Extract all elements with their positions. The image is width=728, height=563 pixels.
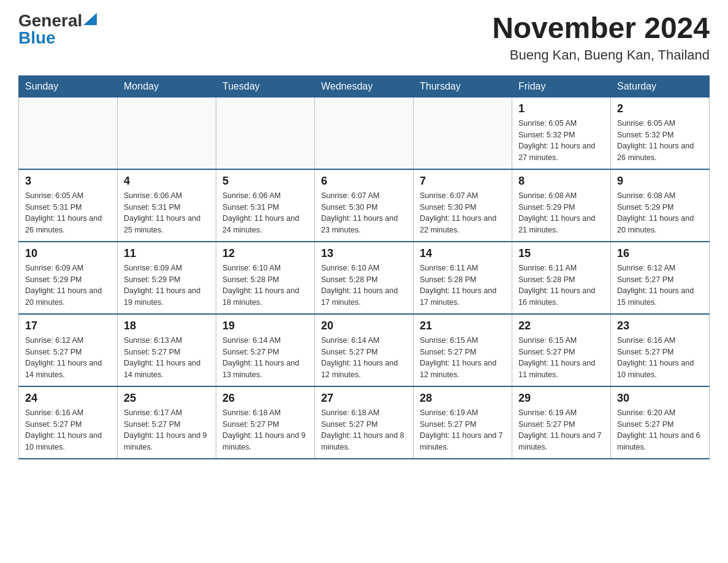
day-number: 26 — [222, 392, 308, 405]
day-info: Sunrise: 6:09 AMSunset: 5:29 PMDaylight:… — [124, 262, 210, 308]
day-info: Sunrise: 6:10 AMSunset: 5:28 PMDaylight:… — [222, 262, 308, 308]
day-number: 17 — [25, 320, 111, 332]
calendar-cell: 28Sunrise: 6:19 AMSunset: 5:27 PMDayligh… — [414, 386, 512, 459]
day-number: 13 — [321, 247, 407, 260]
calendar-week-row: 10Sunrise: 6:09 AMSunset: 5:29 PMDayligh… — [19, 242, 710, 314]
calendar-cell: 13Sunrise: 6:10 AMSunset: 5:28 PMDayligh… — [315, 242, 414, 314]
calendar-title: November 2024 — [492, 12, 710, 45]
weekday-header-friday: Friday — [512, 75, 611, 97]
day-number: 15 — [518, 247, 604, 260]
day-number: 19 — [222, 320, 308, 332]
calendar-cell — [315, 97, 414, 169]
calendar-cell: 16Sunrise: 6:12 AMSunset: 5:27 PMDayligh… — [611, 242, 710, 314]
calendar-cell — [118, 97, 216, 169]
day-info: Sunrise: 6:05 AMSunset: 5:31 PMDaylight:… — [25, 190, 111, 236]
day-number: 28 — [420, 392, 506, 405]
calendar-cell: 9Sunrise: 6:08 AMSunset: 5:29 PMDaylight… — [611, 169, 710, 242]
calendar-cell: 20Sunrise: 6:14 AMSunset: 5:27 PMDayligh… — [315, 314, 414, 386]
calendar-cell: 10Sunrise: 6:09 AMSunset: 5:29 PMDayligh… — [19, 242, 118, 314]
day-number: 2 — [617, 102, 703, 115]
day-number: 29 — [518, 392, 604, 405]
day-info: Sunrise: 6:15 AMSunset: 5:27 PMDaylight:… — [518, 335, 604, 381]
day-info: Sunrise: 6:07 AMSunset: 5:30 PMDaylight:… — [420, 190, 506, 236]
day-info: Sunrise: 6:07 AMSunset: 5:30 PMDaylight:… — [321, 190, 407, 236]
calendar-cell: 25Sunrise: 6:17 AMSunset: 5:27 PMDayligh… — [118, 386, 216, 459]
day-number: 25 — [124, 392, 210, 405]
calendar-cell — [414, 97, 512, 169]
calendar-cell: 5Sunrise: 6:06 AMSunset: 5:31 PMDaylight… — [216, 169, 315, 242]
day-number: 14 — [420, 247, 506, 260]
day-info: Sunrise: 6:12 AMSunset: 5:27 PMDaylight:… — [25, 335, 111, 381]
calendar-week-row: 24Sunrise: 6:16 AMSunset: 5:27 PMDayligh… — [19, 386, 710, 459]
weekday-header-sunday: Sunday — [19, 75, 118, 97]
calendar-cell: 15Sunrise: 6:11 AMSunset: 5:28 PMDayligh… — [512, 242, 611, 314]
calendar-cell: 1Sunrise: 6:05 AMSunset: 5:32 PMDaylight… — [512, 97, 611, 169]
day-info: Sunrise: 6:12 AMSunset: 5:27 PMDaylight:… — [617, 262, 703, 308]
calendar-cell: 19Sunrise: 6:14 AMSunset: 5:27 PMDayligh… — [216, 314, 315, 386]
calendar-cell: 26Sunrise: 6:18 AMSunset: 5:27 PMDayligh… — [216, 386, 315, 459]
location-subtitle: Bueng Kan, Bueng Kan, Thailand — [492, 47, 710, 63]
day-info: Sunrise: 6:18 AMSunset: 5:27 PMDaylight:… — [321, 407, 407, 453]
calendar-table: SundayMondayTuesdayWednesdayThursdayFrid… — [18, 75, 710, 459]
day-info: Sunrise: 6:16 AMSunset: 5:27 PMDaylight:… — [617, 335, 703, 381]
weekday-header-row: SundayMondayTuesdayWednesdayThursdayFrid… — [19, 75, 710, 97]
day-number: 1 — [518, 102, 604, 115]
calendar-cell: 30Sunrise: 6:20 AMSunset: 5:27 PMDayligh… — [611, 386, 710, 459]
calendar-cell: 21Sunrise: 6:15 AMSunset: 5:27 PMDayligh… — [414, 314, 512, 386]
day-info: Sunrise: 6:16 AMSunset: 5:27 PMDaylight:… — [25, 407, 111, 453]
page-header: General Blue November 2024 Bueng Kan, Bu… — [18, 12, 710, 63]
day-number: 8 — [518, 175, 604, 188]
day-number: 16 — [617, 247, 703, 260]
day-info: Sunrise: 6:06 AMSunset: 5:31 PMDaylight:… — [124, 190, 210, 236]
day-number: 10 — [25, 247, 111, 260]
logo: General Blue — [18, 12, 97, 47]
calendar-cell: 29Sunrise: 6:19 AMSunset: 5:27 PMDayligh… — [512, 386, 611, 459]
day-info: Sunrise: 6:08 AMSunset: 5:29 PMDaylight:… — [518, 190, 604, 236]
logo-triangle-icon — [83, 13, 97, 25]
day-number: 7 — [420, 175, 506, 188]
calendar-week-row: 17Sunrise: 6:12 AMSunset: 5:27 PMDayligh… — [19, 314, 710, 386]
day-info: Sunrise: 6:19 AMSunset: 5:27 PMDaylight:… — [518, 407, 604, 453]
calendar-cell: 7Sunrise: 6:07 AMSunset: 5:30 PMDaylight… — [414, 169, 512, 242]
calendar-cell — [216, 97, 315, 169]
day-number: 12 — [222, 247, 308, 260]
day-number: 11 — [124, 247, 210, 260]
day-info: Sunrise: 6:05 AMSunset: 5:32 PMDaylight:… — [518, 118, 604, 164]
calendar-cell: 22Sunrise: 6:15 AMSunset: 5:27 PMDayligh… — [512, 314, 611, 386]
day-info: Sunrise: 6:20 AMSunset: 5:27 PMDaylight:… — [617, 407, 703, 453]
day-number: 3 — [25, 175, 111, 188]
day-number: 20 — [321, 320, 407, 332]
calendar-week-row: 1Sunrise: 6:05 AMSunset: 5:32 PMDaylight… — [19, 97, 710, 169]
day-info: Sunrise: 6:13 AMSunset: 5:27 PMDaylight:… — [124, 335, 210, 381]
day-number: 21 — [420, 320, 506, 332]
calendar-cell: 8Sunrise: 6:08 AMSunset: 5:29 PMDaylight… — [512, 169, 611, 242]
day-number: 9 — [617, 175, 703, 188]
day-info: Sunrise: 6:06 AMSunset: 5:31 PMDaylight:… — [222, 190, 308, 236]
day-info: Sunrise: 6:15 AMSunset: 5:27 PMDaylight:… — [420, 335, 506, 381]
day-info: Sunrise: 6:18 AMSunset: 5:27 PMDaylight:… — [222, 407, 308, 453]
calendar-cell: 24Sunrise: 6:16 AMSunset: 5:27 PMDayligh… — [19, 386, 118, 459]
calendar-cell: 17Sunrise: 6:12 AMSunset: 5:27 PMDayligh… — [19, 314, 118, 386]
weekday-header-wednesday: Wednesday — [315, 75, 414, 97]
day-number: 30 — [617, 392, 703, 405]
calendar-cell: 2Sunrise: 6:05 AMSunset: 5:32 PMDaylight… — [611, 97, 710, 169]
svg-marker-0 — [83, 13, 97, 25]
calendar-cell: 14Sunrise: 6:11 AMSunset: 5:28 PMDayligh… — [414, 242, 512, 314]
calendar-cell: 4Sunrise: 6:06 AMSunset: 5:31 PMDaylight… — [118, 169, 216, 242]
day-number: 24 — [25, 392, 111, 405]
weekday-header-saturday: Saturday — [611, 75, 710, 97]
day-number: 23 — [617, 320, 703, 332]
calendar-cell: 6Sunrise: 6:07 AMSunset: 5:30 PMDaylight… — [315, 169, 414, 242]
calendar-cell: 23Sunrise: 6:16 AMSunset: 5:27 PMDayligh… — [611, 314, 710, 386]
day-info: Sunrise: 6:10 AMSunset: 5:28 PMDaylight:… — [321, 262, 407, 308]
day-info: Sunrise: 6:11 AMSunset: 5:28 PMDaylight:… — [518, 262, 604, 308]
logo-general-text: General — [18, 12, 82, 29]
calendar-cell: 11Sunrise: 6:09 AMSunset: 5:29 PMDayligh… — [118, 242, 216, 314]
day-info: Sunrise: 6:08 AMSunset: 5:29 PMDaylight:… — [617, 190, 703, 236]
day-info: Sunrise: 6:09 AMSunset: 5:29 PMDaylight:… — [25, 262, 111, 308]
day-info: Sunrise: 6:11 AMSunset: 5:28 PMDaylight:… — [420, 262, 506, 308]
calendar-cell: 27Sunrise: 6:18 AMSunset: 5:27 PMDayligh… — [315, 386, 414, 459]
weekday-header-monday: Monday — [118, 75, 216, 97]
day-number: 5 — [222, 175, 308, 188]
day-info: Sunrise: 6:05 AMSunset: 5:32 PMDaylight:… — [617, 118, 703, 164]
